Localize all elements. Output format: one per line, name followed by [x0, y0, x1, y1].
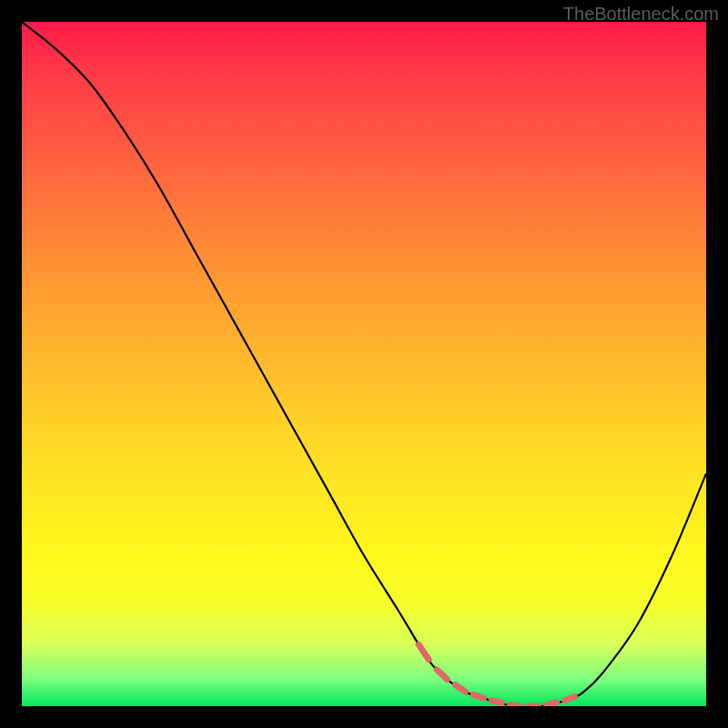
recommended-zone-dashes: [419, 644, 574, 706]
recommended-zone-dash: [455, 685, 465, 692]
recommended-zone-dash: [419, 644, 429, 660]
recommended-zone-dash: [565, 696, 575, 700]
recommended-zone-dash: [510, 705, 520, 706]
recommended-zone-dash: [547, 703, 557, 705]
watermark-text: TheBottleneck.com: [563, 4, 719, 25]
recommended-zone-dash: [437, 670, 447, 680]
chart-svg: [22, 22, 706, 706]
bottleneck-curve-line: [22, 22, 706, 706]
recommended-zone-dash: [473, 694, 483, 698]
recommended-zone-dash: [491, 701, 501, 703]
